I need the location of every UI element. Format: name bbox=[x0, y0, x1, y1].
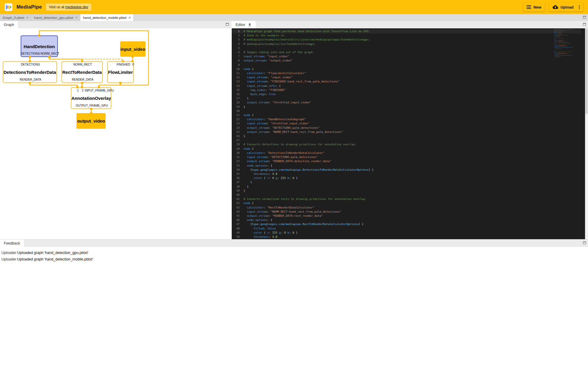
feedback-source: Uploader bbox=[1, 257, 17, 261]
code-line[interactable]: 29node { bbox=[232, 147, 581, 151]
code-line[interactable]: 16 back_edge: true bbox=[232, 92, 581, 96]
code-line[interactable]: 20 bbox=[232, 109, 581, 113]
app-title: MediaPipe bbox=[17, 4, 42, 10]
download-icon[interactable] bbox=[248, 23, 252, 27]
line-number: 5 bbox=[232, 46, 244, 50]
upload-button-label: Upload bbox=[561, 5, 574, 9]
tab-close-icon[interactable]: × bbox=[75, 16, 78, 19]
code-line[interactable]: 43 calculator: "RectToRenderDataCalculat… bbox=[232, 206, 581, 210]
code-line[interactable]: 45 output_stream: "RENDER_DATA:rect_rend… bbox=[232, 214, 581, 218]
code-line[interactable]: 5 bbox=[232, 46, 581, 50]
graph-tab[interactable]: Graph bbox=[0, 21, 18, 28]
code-line[interactable]: 32 output_stream: "RENDER_DATA:detection… bbox=[232, 159, 581, 163]
editor-scrollbar[interactable] bbox=[585, 28, 588, 239]
code-line[interactable]: 47 [type.googleapis.com/mediapipe.RectTo… bbox=[232, 222, 581, 226]
graph-node-handdetection[interactable]: HandDetectionDETECTIONSNORM_RECT bbox=[21, 35, 58, 57]
code-line[interactable]: 35 thickness: 4.0 bbox=[232, 172, 581, 176]
code-line[interactable]: 50 thickness: 4.0 bbox=[232, 235, 581, 239]
graph-node-output_video[interactable]: output_video bbox=[76, 113, 106, 129]
code-line[interactable]: 12 input_stream: "input_video" bbox=[232, 75, 581, 79]
line-number: 13 bbox=[232, 79, 244, 84]
code-line[interactable]: 11 calculator: "FlowLimiterCalculator" bbox=[232, 71, 581, 75]
graph-nodes: HandDetectionDETECTIONSNORM_RECTinput_vi… bbox=[0, 28, 232, 239]
port-label: DETECTIONS bbox=[21, 63, 40, 66]
code-line[interactable]: 7input_stream: "input_video" bbox=[232, 54, 581, 58]
port-label: 2 bbox=[82, 89, 84, 92]
layout-expand-icon[interactable] bbox=[583, 16, 586, 19]
code-line[interactable]: 37 } bbox=[232, 180, 581, 184]
code-line[interactable]: 1# MediaPipe graph that performs hand de… bbox=[232, 29, 581, 33]
graph-canvas[interactable]: HandDetectionDETECTIONSNORM_RECTinput_vi… bbox=[0, 28, 232, 239]
code-line[interactable]: 9 bbox=[232, 63, 581, 67]
feedback-expand-icon[interactable] bbox=[583, 242, 586, 244]
code-line[interactable]: 25 output_stream: "NORM_RECT:hand_rect_f… bbox=[232, 130, 581, 134]
code-line[interactable]: 17 } bbox=[232, 96, 581, 100]
editor-panel-header: Editor bbox=[232, 21, 588, 28]
code-line[interactable]: 26} bbox=[232, 134, 581, 138]
code-line[interactable]: 10node { bbox=[232, 67, 581, 71]
code-line[interactable]: 21node { bbox=[232, 113, 581, 117]
graph-expand-icon[interactable] bbox=[226, 23, 229, 26]
editor-tab-label: Editor bbox=[236, 23, 245, 27]
port-label: 0 bbox=[132, 63, 134, 66]
mediapipe-dev-link[interactable]: mediapipe.dev bbox=[65, 5, 88, 9]
code-line[interactable]: 18 output_stream: "throttled_input_video… bbox=[232, 100, 581, 105]
code-line[interactable]: 23 input_stream: "throttled_input_video" bbox=[232, 121, 581, 126]
new-button[interactable]: New bbox=[523, 3, 545, 12]
code-line[interactable]: 31 input_stream: "DETECTIONS:palm_detect… bbox=[232, 155, 581, 159]
code-line[interactable]: 6# Images coming into and out of the gra… bbox=[232, 50, 581, 54]
code-line[interactable]: 24 output_stream: "DETECTIONS:palm_detec… bbox=[232, 126, 581, 130]
graph-node-flowlimiter[interactable]: FINISHED0FlowLimiter bbox=[107, 61, 134, 83]
code-line[interactable]: 2# Used in the example in bbox=[232, 33, 581, 38]
line-number: 8 bbox=[232, 58, 244, 63]
code-line[interactable]: 40 bbox=[232, 193, 581, 197]
graph-node-input_video[interactable]: input_video bbox=[120, 41, 146, 57]
code-line[interactable]: 4# mediapipie/examples/ios/handdetection… bbox=[232, 42, 581, 46]
file-tab[interactable]: hand_detection_mobile.pbtxt× bbox=[80, 14, 134, 21]
code-line[interactable]: 41# Converts normalized rects to drawing… bbox=[232, 197, 581, 201]
code-line[interactable]: 44 input_stream: "NORM_RECT:hand_rect_fr… bbox=[232, 210, 581, 214]
file-tab[interactable]: Graph_0.pbtxt× bbox=[0, 14, 31, 21]
upload-button[interactable]: Upload bbox=[549, 3, 583, 12]
code-line[interactable]: 36 color { r: 0 g: 255 b: 0 } bbox=[232, 176, 581, 180]
editor-expand-icon[interactable] bbox=[583, 23, 586, 26]
code-line[interactable]: 48 filled: false bbox=[232, 227, 581, 231]
file-tab[interactable]: hand_detection_gpu.pbtxt× bbox=[31, 14, 80, 21]
feedback-tab[interactable]: Feedback bbox=[0, 239, 24, 247]
code-line[interactable]: 33 node_options: { bbox=[232, 164, 581, 168]
graph-node-annotationoverlay[interactable]: 12INPUT_FRAME_GPUAnnotationOverlayOUTPUT… bbox=[71, 87, 111, 109]
line-number: 6 bbox=[232, 50, 244, 54]
editor-minimap[interactable]: # MediaPipe graph that performs hand det… bbox=[554, 28, 584, 66]
code-line[interactable]: 49 color { r: 255 g: 0 b: 0 } bbox=[232, 231, 581, 235]
line-number: 40 bbox=[232, 193, 244, 197]
scrollbar-thumb[interactable] bbox=[585, 28, 588, 114]
feedback-panel-header: Feedback bbox=[0, 239, 588, 247]
graph-node-detectionstorenderdata[interactable]: DETECTIONSDetectionsToRenderDataRENDER_D… bbox=[3, 61, 57, 83]
code-line[interactable]: 42node { bbox=[232, 201, 581, 205]
code-line[interactable]: 19} bbox=[232, 105, 581, 109]
code-line[interactable]: 34 [type.googleapis.com/mediapipe.Detect… bbox=[232, 168, 581, 172]
code-line[interactable]: 30 calculator: "DetectionsToRenderDataCa… bbox=[232, 151, 581, 155]
editor-tab[interactable]: Editor bbox=[232, 21, 256, 28]
code-line[interactable]: 51 } bbox=[232, 239, 581, 239]
code-line[interactable]: 28# Converts detections to drawing primi… bbox=[232, 142, 581, 146]
line-number: 28 bbox=[232, 142, 244, 146]
code-line[interactable]: 22 calculator: "HandDetectionSubgraph" bbox=[232, 117, 581, 121]
code-line[interactable]: 13 input_stream: "FINISHED:hand_rect_fro… bbox=[232, 79, 581, 84]
kebab-menu-icon[interactable] bbox=[578, 5, 580, 9]
code-line[interactable]: 46 node_options: { bbox=[232, 218, 581, 222]
tab-close-icon[interactable]: × bbox=[26, 16, 29, 19]
graph-node-recttorenderdata[interactable]: NORM_RECTRectToRenderDataRENDER_DATA bbox=[61, 61, 103, 83]
code-line[interactable]: 3# mediapipie/examples/android/src/java/… bbox=[232, 38, 581, 42]
tab-close-icon[interactable]: × bbox=[129, 16, 131, 19]
code-line[interactable]: 8output_stream: "output_video" bbox=[232, 58, 581, 63]
code-editor[interactable]: 1# MediaPipe graph that performs hand de… bbox=[232, 28, 588, 239]
line-number: 26 bbox=[232, 134, 244, 138]
code-line[interactable]: 14 input_stream_info: { bbox=[232, 84, 581, 88]
visit-us-chip: Visit us at mediapipe.dev bbox=[46, 4, 91, 11]
code-line[interactable]: 15 tag_index: "FINISHED" bbox=[232, 88, 581, 92]
code-line[interactable]: 38 } bbox=[232, 185, 581, 189]
code-line[interactable]: 39} bbox=[232, 189, 581, 193]
hamburger-icon bbox=[527, 5, 531, 9]
code-line[interactable]: 27 bbox=[232, 138, 581, 142]
